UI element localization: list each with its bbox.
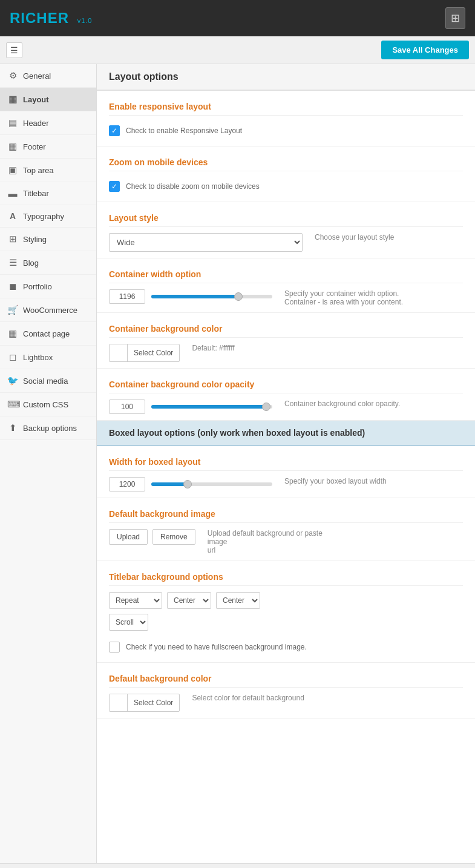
sidebar-item-titlebar[interactable]: ▬ Titlebar (0, 182, 96, 205)
sidebar-label-backup-options: Backup options (23, 424, 77, 433)
check-row-fullscreen[interactable]: Check if you need to have fullscreen bac… (109, 638, 463, 656)
container-width-track[interactable] (151, 295, 272, 298)
option-title-container-bg-opacity: Container background color opacity (109, 380, 463, 393)
gear-icon: ⚙ (7, 70, 18, 81)
footer-icon: ▦ (7, 141, 18, 152)
container-bg-opacity-input[interactable] (109, 399, 145, 414)
layout-style-select[interactable]: Wide Boxed (109, 233, 303, 252)
boxed-width-control (109, 477, 272, 492)
remove-button[interactable]: Remove (152, 529, 195, 545)
default-bg-color-label: Select Color (128, 696, 179, 709)
section-responsive: Enable responsive layout ✓ Check to enab… (97, 91, 475, 146)
titlebar-bg-select-position-v[interactable]: CenterLeftRightTopBottom (216, 592, 260, 609)
top-area-icon: ▣ (7, 165, 18, 176)
container-bg-color-desc: Default: #ffffff (192, 344, 234, 352)
upload-button[interactable]: Upload (109, 529, 148, 545)
boxed-width-fill (151, 482, 188, 486)
container-bg-opacity-desc: Container background color opacity. (284, 399, 400, 408)
check-row-zoom[interactable]: ✓ Check to disable zoom on mobile device… (109, 177, 463, 196)
sidebar-label-custom-css: Custom CSS (23, 400, 68, 409)
titlebar-bg-select-position-h[interactable]: CenterLeftRightTopBottom (167, 592, 211, 609)
checkbox-zoom[interactable]: ✓ (109, 181, 120, 192)
container-width-thumb[interactable] (234, 292, 243, 301)
default-bg-color-button[interactable]: Select Color (109, 694, 180, 712)
container-bg-color-button[interactable]: Select Color (109, 344, 180, 362)
sidebar-label-top-area: Top area (23, 166, 54, 175)
titlebar-bg-select-attachment[interactable]: ScrollFixed (109, 614, 148, 631)
boxed-width-input[interactable] (109, 477, 145, 492)
blog-icon: ☰ (7, 257, 18, 268)
titlebar-icon: ▬ (7, 188, 18, 199)
sidebar-label-layout: Layout (23, 95, 49, 104)
container-bg-opacity-thumb[interactable] (262, 403, 270, 411)
sidebar: ⚙ General ▦ Layout ▤ Header ▦ Footer ▣ T… (0, 64, 97, 863)
save-all-button-top[interactable]: Save All Changes (381, 41, 469, 59)
sidebar-label-blog: Blog (23, 258, 39, 268)
social-icon: 🐦 (7, 375, 18, 386)
container-width-control (109, 289, 272, 304)
titlebar-bg-selects: RepeatNo-repeatRepeat-xRepeat-y CenterLe… (109, 592, 463, 609)
sidebar-item-blog[interactable]: ☰ Blog (0, 251, 96, 275)
checkbox-label-responsive: Check to enable Responsive Layout (126, 127, 242, 135)
default-bg-color-desc: Select color for default background (192, 694, 304, 702)
checkbox-fullscreen[interactable] (109, 642, 120, 653)
sidebar-item-custom-css[interactable]: ⌨ Custom CSS (0, 393, 96, 416)
sidebar-item-typography[interactable]: A Typography (0, 205, 96, 228)
option-title-default-bg-color: Default background color (109, 674, 463, 688)
sidebar-item-woocommerce[interactable]: 🛒 WooCommerce (0, 298, 96, 322)
default-bg-color-row: Select Color Select color for default ba… (109, 694, 463, 712)
sidebar-item-layout[interactable]: ▦ Layout (0, 88, 96, 111)
section-titlebar-bg: Titlebar background options RepeatNo-rep… (97, 561, 475, 663)
option-title-container-bg-color: Container background color (109, 324, 463, 338)
sidebar-item-top-area[interactable]: ▣ Top area (0, 159, 96, 182)
sidebar-label-header: Header (23, 119, 49, 128)
boxed-width-row: Specify your boxed layout width (109, 477, 463, 492)
option-title-zoom: Zoom on mobile devices (109, 157, 463, 171)
container-bg-opacity-track[interactable] (151, 405, 272, 409)
container-width-input[interactable] (109, 289, 145, 304)
sidebar-item-styling[interactable]: ⊞ Styling (0, 228, 96, 251)
section-boxed-width: Width for boxed layout Specify your boxe… (97, 446, 475, 498)
sidebar-item-header[interactable]: ▤ Header (0, 111, 96, 135)
sidebar-item-footer[interactable]: ▦ Footer (0, 135, 96, 159)
sidebar-item-social-media[interactable]: 🐦 Social media (0, 369, 96, 393)
option-title-responsive: Enable responsive layout (109, 102, 463, 116)
boxed-width-track[interactable] (151, 482, 272, 486)
default-bg-image-row: Upload Remove Upload default background … (109, 529, 463, 554)
layout-style-row: Wide Boxed Choose your layout style (109, 233, 463, 252)
checkbox-label-zoom: Check to disable zoom on mobile devices (126, 182, 260, 191)
logo: RICHER v1.0 (10, 10, 92, 27)
lightbox-icon: ◻ (7, 352, 18, 363)
section-layout-style: Layout style Wide Boxed Choose your layo… (97, 202, 475, 258)
logo-black: RICH (10, 10, 48, 26)
sidebar-item-general[interactable]: ⚙ General (0, 64, 96, 88)
option-title-boxed-width: Width for boxed layout (109, 457, 463, 471)
sidebar-label-lightbox: Lightbox (23, 353, 53, 362)
boxed-width-thumb[interactable] (183, 480, 192, 488)
check-row-responsive[interactable]: ✓ Check to enable Responsive Layout (109, 122, 463, 140)
sidebar-label-social-media: Social media (23, 376, 68, 386)
styling-icon: ⊞ (7, 234, 18, 245)
section-default-bg-color: Default background color Select Color Se… (97, 663, 475, 718)
sidebar-item-lightbox[interactable]: ◻ Lightbox (0, 346, 96, 369)
sidebar-item-contact-page[interactable]: ▦ Contact page (0, 322, 96, 346)
logo-icon: ⊞ (445, 7, 465, 29)
container-width-fill (151, 295, 238, 298)
sidebar-item-portfolio[interactable]: ◼ Portfolio (0, 275, 96, 298)
header-icon: ▤ (7, 117, 18, 128)
checkbox-responsive[interactable]: ✓ (109, 125, 120, 136)
portfolio-icon: ◼ (7, 281, 18, 292)
page-title: Layout options (97, 64, 475, 91)
section-container-width: Container width option Specify your cont… (97, 258, 475, 313)
option-title-layout-style: Layout style (109, 213, 463, 227)
contact-icon: ▦ (7, 328, 18, 339)
container-bg-opacity-control (109, 399, 272, 414)
titlebar-bg-select-repeat[interactable]: RepeatNo-repeatRepeat-xRepeat-y (109, 592, 162, 609)
container-bg-color-swatch (110, 344, 128, 361)
default-bg-image-desc: Upload default background or paste image… (208, 529, 341, 554)
sidebar-label-portfolio: Portfolio (23, 282, 52, 291)
boxed-width-desc: Specify your boxed layout width (284, 477, 387, 485)
sidebar-item-backup-options[interactable]: ⬆ Backup options (0, 416, 96, 440)
container-bg-color-row: Select Color Default: #ffffff (109, 344, 463, 362)
container-bg-opacity-fill (151, 405, 266, 409)
